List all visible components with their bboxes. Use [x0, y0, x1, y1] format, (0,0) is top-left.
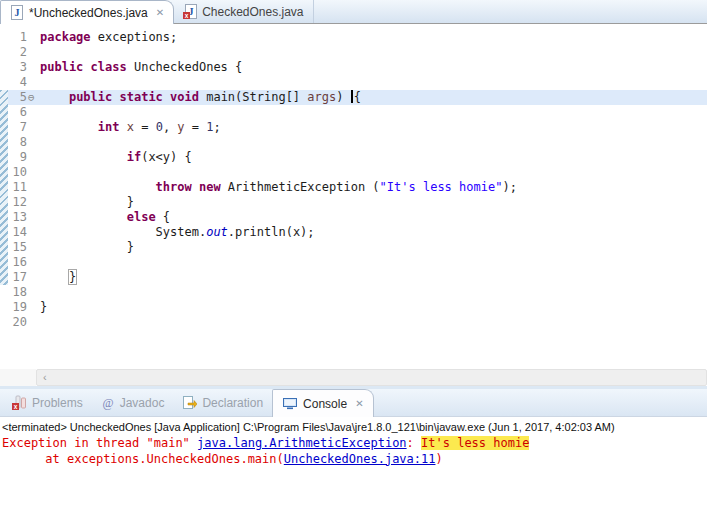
line-number: 5: [0, 90, 27, 105]
code-line: [40, 105, 517, 120]
line-number: 14: [0, 225, 27, 240]
tab-close-icon[interactable]: ✕: [156, 7, 164, 18]
line-number: 4: [0, 75, 27, 90]
line-number: 3: [0, 60, 27, 75]
line-number: 11: [0, 180, 27, 195]
horizontal-scrollbar[interactable]: ‹: [36, 369, 707, 386]
editor-tab--uncheckedones-java[interactable]: J*UncheckedOnes.java✕: [0, 0, 174, 24]
code-line: if(x<y) {: [40, 150, 517, 165]
editor-tab-checkedones-java[interactable]: JxCheckedOnes.java: [174, 0, 313, 23]
console-tab-problems[interactable]: xProblems: [3, 389, 92, 416]
line-number: 19: [0, 300, 27, 315]
java-file-error-icon: Jx: [183, 4, 197, 19]
line-number: 18: [0, 285, 27, 300]
source-code[interactable]: package exceptions;public class Unchecke…: [40, 30, 517, 330]
problems-icon: x: [12, 395, 27, 410]
tab-close-icon[interactable]: ✕: [355, 398, 363, 409]
code-line: [40, 315, 517, 330]
code-line: [40, 285, 517, 300]
line-number: 16: [0, 255, 27, 270]
line-number: 8: [0, 135, 27, 150]
console-hyperlink[interactable]: java.lang.ArithmeticException: [197, 436, 407, 450]
console-tab-declaration[interactable]: Declaration: [173, 389, 272, 416]
code-line: }: [40, 300, 517, 315]
code-line: [40, 75, 517, 90]
fold-collapse-icon[interactable]: ⊖: [28, 90, 35, 105]
console-icon: [282, 396, 298, 411]
gutter-corner: [0, 369, 36, 386]
code-line: public static void main(String[] args) {: [40, 90, 517, 105]
svg-text:x: x: [14, 403, 18, 410]
console-output: Exception in thread "main" java.lang.Ari…: [0, 436, 707, 467]
code-line: }: [40, 195, 517, 210]
scroll-left-arrow-icon[interactable]: ‹: [43, 371, 47, 383]
line-number: 2: [0, 45, 27, 60]
tab-label: Problems: [32, 396, 83, 410]
console-line: at exceptions.UncheckedOnes.main(Uncheck…: [2, 452, 707, 468]
line-number: 7: [0, 120, 27, 135]
tab-label: Javadoc: [120, 396, 165, 410]
console-line: Exception in thread "main" java.lang.Ari…: [2, 436, 707, 452]
svg-text:x: x: [185, 12, 189, 19]
code-line: }: [40, 270, 517, 285]
tab-label: Console: [303, 397, 347, 411]
line-number: 6: [0, 105, 27, 120]
line-number-gutter: 1234567891011121314151617181920: [0, 30, 27, 330]
java-file-icon: J: [10, 5, 24, 20]
line-number: 13: [0, 210, 27, 225]
line-number: 1: [0, 30, 27, 45]
tab-label: Declaration: [202, 396, 263, 410]
svg-text:@: @: [102, 396, 113, 410]
console-hyperlink[interactable]: UncheckedOnes.java:11: [284, 452, 436, 466]
code-line: else {: [40, 210, 517, 225]
svg-text:J: J: [15, 7, 20, 18]
javadoc-icon: @: [101, 396, 115, 410]
code-line: throw new ArithmeticException ("It's les…: [40, 180, 517, 195]
code-line: int x = 0, y = 1;: [40, 120, 517, 135]
text-caret: [351, 90, 353, 103]
code-line: package exceptions;: [40, 30, 517, 45]
line-number: 9: [0, 150, 27, 165]
line-number: 12: [0, 195, 27, 210]
tab-label: *UncheckedOnes.java: [29, 6, 148, 20]
code-line: [40, 135, 517, 150]
console-tab-javadoc[interactable]: @Javadoc: [92, 389, 174, 416]
code-line: public class UncheckedOnes {: [40, 60, 517, 75]
code-line: [40, 255, 517, 270]
console-tab-console[interactable]: Console✕: [272, 389, 373, 417]
code-line: [40, 165, 517, 180]
declaration-icon: [182, 395, 197, 410]
console-view[interactable]: <terminated> UncheckedOnes [Java Applica…: [0, 417, 707, 519]
line-number: 17: [0, 270, 27, 285]
tab-label: CheckedOnes.java: [202, 5, 303, 19]
console-process-label: <terminated> UncheckedOnes [Java Applica…: [0, 417, 707, 436]
editor-tab-bar: J*UncheckedOnes.java✕JxCheckedOnes.java: [0, 0, 707, 24]
code-line: System.out.println(x);: [40, 225, 517, 240]
line-number: 10: [0, 165, 27, 180]
line-number: 15: [0, 240, 27, 255]
code-editor[interactable]: 1234567891011121314151617181920 ⊖ packag…: [0, 24, 707, 369]
code-line: }: [40, 240, 517, 255]
line-number: 20: [0, 315, 27, 330]
code-line: [40, 45, 517, 60]
console-tab-bar: xProblems@JavadocDeclarationConsole✕: [0, 389, 707, 417]
eclipse-window: J*UncheckedOnes.java✕JxCheckedOnes.java …: [0, 0, 707, 519]
